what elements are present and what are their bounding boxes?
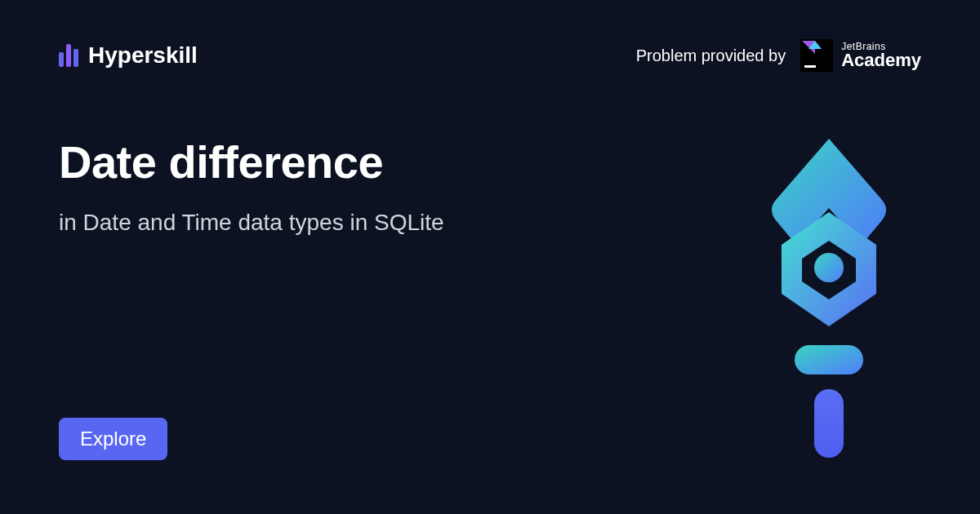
svg-point-4 — [814, 253, 844, 282]
page-subtitle: in Date and Time data types in SQLite — [59, 210, 444, 236]
jetbrains-academy-logo[interactable]: JetBrains Academy — [800, 39, 921, 72]
svg-rect-5 — [795, 345, 863, 374]
svg-rect-6 — [814, 389, 844, 458]
hyperskill-logo[interactable]: Hyperskill — [59, 42, 198, 69]
jetbrains-icon — [800, 39, 833, 72]
header: Hyperskill Problem provided by JetBrains… — [0, 0, 980, 72]
pen-nib-icon — [755, 135, 902, 461]
partner-block: Problem provided by JetBrains Academy — [636, 39, 921, 72]
hyperskill-icon — [59, 44, 78, 67]
explore-button[interactable]: Explore — [59, 418, 167, 460]
page-title: Date difference — [59, 135, 444, 188]
partner-line2: Academy — [841, 51, 921, 69]
provided-by-label: Problem provided by — [636, 47, 786, 65]
brand-name: Hyperskill — [88, 42, 198, 69]
